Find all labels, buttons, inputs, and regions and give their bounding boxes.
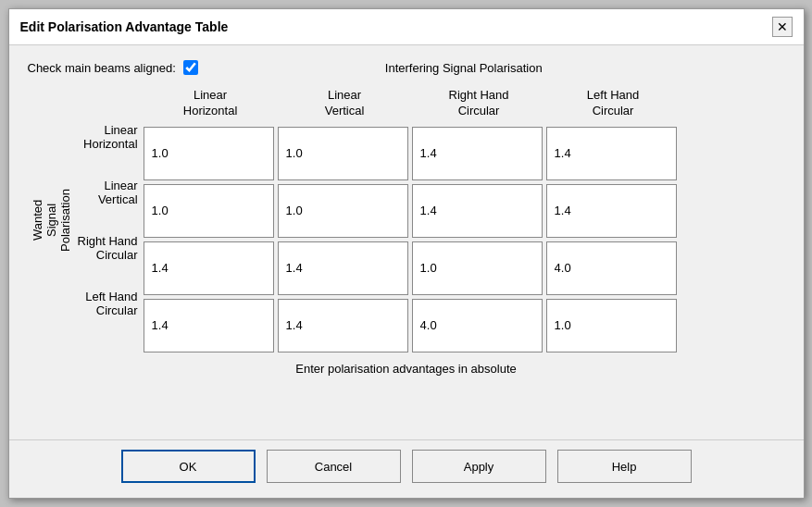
table-area: WantedSignalPolarisation Linear Horizont… — [28, 88, 785, 352]
grid-rows — [144, 127, 785, 352]
row-label-rhc: Right Hand Circular — [78, 220, 144, 276]
cell-2-0[interactable] — [144, 241, 274, 295]
cell-3-1[interactable] — [278, 299, 408, 352]
col-header-lhc: Left HandCircular — [546, 88, 681, 127]
cell-0-0[interactable] — [144, 127, 274, 180]
main-beams-aligned-checkbox[interactable] — [183, 60, 198, 75]
cell-0-2[interactable] — [412, 127, 543, 180]
cell-2-3[interactable] — [546, 241, 677, 295]
top-row: Check main beams aligned: Interfering Si… — [28, 60, 785, 75]
cell-2-2[interactable] — [412, 241, 543, 295]
button-row: OK Cancel Apply Help — [9, 439, 804, 498]
row-label-lhc: Left Hand Circular — [78, 276, 144, 331]
title-bar: Edit Polarisation Advantage Table ✕ — [9, 9, 804, 45]
ok-button[interactable]: OK — [121, 450, 256, 483]
cell-1-2[interactable] — [412, 184, 543, 238]
wsp-wrapper: WantedSignalPolarisation Linear Horizont… — [28, 88, 144, 352]
cell-1-3[interactable] — [546, 184, 677, 238]
col-header-lv: LinearVertical — [278, 88, 412, 127]
dialog-content: Check main beams aligned: Interfering Si… — [9, 45, 804, 439]
close-button[interactable]: ✕ — [772, 17, 793, 37]
cell-1-1[interactable] — [278, 184, 408, 238]
cell-0-1[interactable] — [278, 127, 408, 180]
grid-row-1 — [144, 184, 785, 238]
left-labels: Linear Horizontal Linear Vertical Right … — [78, 109, 144, 331]
dialog-title: Edit Polarisation Advantage Table — [20, 19, 229, 34]
col-header-lhz: LinearHorizontal — [144, 88, 278, 127]
cell-2-1[interactable] — [278, 241, 408, 295]
help-button[interactable]: Help — [557, 450, 692, 483]
grid-row-2 — [144, 241, 785, 295]
row-label-lv: Linear Vertical — [78, 165, 144, 220]
col-headers: LinearHorizontal LinearVertical Right Ha… — [144, 88, 785, 127]
check-row: Check main beams aligned: — [28, 60, 198, 75]
cell-3-0[interactable] — [144, 299, 274, 352]
check-label: Check main beams aligned: — [28, 61, 176, 75]
row-label-lh: Linear Horizontal — [78, 109, 144, 165]
cell-0-3[interactable] — [546, 127, 677, 180]
grid-row-0 — [144, 127, 785, 180]
wsp-label: WantedSignalPolarisation — [28, 109, 74, 331]
apply-button[interactable]: Apply — [412, 450, 546, 483]
cell-3-2[interactable] — [412, 299, 543, 352]
col-header-rhc: Right HandCircular — [412, 88, 546, 127]
edit-polarisation-dialog: Edit Polarisation Advantage Table ✕ Chec… — [8, 8, 805, 499]
note-text: Enter polarisation advantages in absolut… — [28, 362, 785, 376]
isp-label: Interfering Signal Polarisation — [198, 61, 730, 75]
cell-3-3[interactable] — [546, 299, 677, 352]
grid-row-3 — [144, 299, 785, 352]
cancel-button[interactable]: Cancel — [267, 450, 401, 483]
grid-area: LinearHorizontal LinearVertical Right Ha… — [144, 88, 785, 352]
cell-1-0[interactable] — [144, 184, 274, 238]
